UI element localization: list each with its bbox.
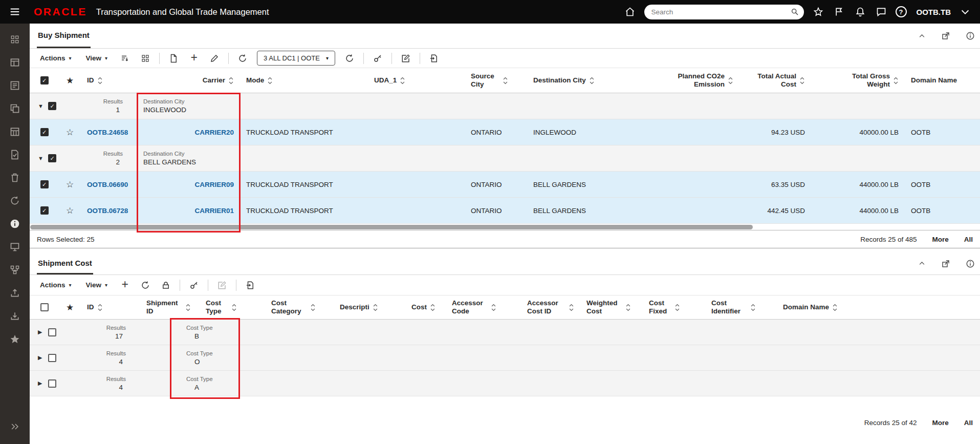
- sort-icon[interactable]: [267, 76, 273, 85]
- sort-icon[interactable]: [728, 76, 733, 85]
- user-menu[interactable]: OOTB.TB: [917, 8, 951, 16]
- export-button[interactable]: [426, 51, 442, 66]
- favorite-icon[interactable]: ☆: [66, 180, 74, 189]
- actions-menu-button[interactable]: Actions▾: [35, 52, 77, 64]
- messages-chat-icon[interactable]: [875, 5, 888, 18]
- sort-icon[interactable]: [228, 76, 234, 85]
- document-check-icon[interactable]: [0, 143, 30, 166]
- group-row[interactable]: ▼ Results 1 Destination City INGLEWOOD: [30, 93, 980, 119]
- global-search[interactable]: [644, 5, 804, 19]
- reload-search-button[interactable]: [341, 51, 358, 66]
- sort-icon[interactable]: [832, 303, 838, 312]
- form-icon[interactable]: [0, 74, 30, 97]
- favorite-icon[interactable]: ☆: [66, 128, 74, 137]
- sort-icon[interactable]: [185, 303, 191, 312]
- carrier-link[interactable]: CARRIER09: [194, 181, 234, 188]
- favorites-icon[interactable]: [812, 5, 825, 18]
- open-in-new-window-icon[interactable]: [941, 31, 950, 40]
- new-document-button[interactable]: [165, 51, 182, 66]
- column-header-accessorial-code[interactable]: Accessor Code: [446, 295, 521, 319]
- column-header-domain-name[interactable]: Domain Name: [777, 295, 858, 319]
- column-header-accessorial-cost-id[interactable]: Accessor Cost ID: [521, 295, 580, 319]
- apps-grid-icon[interactable]: [0, 28, 30, 51]
- sort-icon[interactable]: [503, 76, 508, 85]
- collapse-group-icon[interactable]: ▼: [38, 156, 44, 161]
- sort-button[interactable]: [117, 51, 133, 66]
- column-header-description[interactable]: Descripti: [334, 295, 405, 319]
- sort-icon[interactable]: [569, 303, 574, 312]
- column-header-shipment-id[interactable]: Shipment ID: [140, 295, 200, 319]
- trash-icon[interactable]: [0, 166, 30, 189]
- monitor-icon[interactable]: [0, 235, 30, 258]
- group-checkbox[interactable]: [48, 328, 56, 336]
- expand-group-icon[interactable]: ▶: [38, 329, 44, 335]
- mass-edit-button[interactable]: [398, 51, 414, 66]
- sort-icon[interactable]: [799, 76, 805, 85]
- workflow-icon[interactable]: [0, 258, 30, 281]
- horizontal-scrollbar-track[interactable]: [30, 224, 980, 230]
- favorite-column-icon[interactable]: ★: [66, 303, 74, 312]
- all-button[interactable]: All: [964, 419, 973, 427]
- column-header-uda1[interactable]: UDA_1: [368, 68, 465, 93]
- sort-icon[interactable]: [400, 76, 405, 85]
- carrier-link[interactable]: CARRIER01: [194, 207, 234, 215]
- column-header-cost-identifier[interactable]: Cost Identifier: [705, 295, 777, 319]
- add-button[interactable]: +: [117, 278, 133, 293]
- column-header-cost-type[interactable]: Cost Type: [200, 295, 265, 319]
- more-button[interactable]: More: [932, 236, 948, 243]
- download-icon[interactable]: [0, 304, 30, 327]
- search-icon[interactable]: [791, 8, 799, 16]
- sort-icon[interactable]: [491, 303, 496, 312]
- shipment-row[interactable]: ☆ OOTB.06690 CARRIER09 TRUCKLOAD TRANSPO…: [30, 172, 980, 198]
- column-header-cost-fixed[interactable]: Cost Fixed: [643, 295, 705, 319]
- row-checkbox[interactable]: [40, 128, 49, 136]
- user-menu-chevron-down-icon[interactable]: [959, 5, 972, 18]
- column-header-weighted-cost[interactable]: Weighted Cost: [580, 295, 643, 319]
- panel-info-icon[interactable]: [966, 31, 975, 40]
- shipment-id-link[interactable]: OOTB.24658: [87, 129, 128, 136]
- group-checkbox[interactable]: [48, 102, 56, 110]
- grouping-button[interactable]: [137, 51, 154, 66]
- actions-menu-button[interactable]: Actions▾: [35, 279, 77, 291]
- sort-icon[interactable]: [893, 76, 899, 85]
- group-row[interactable]: ▼ Results 2 Destination City BELL GARDEN…: [30, 145, 980, 172]
- shipment-id-link[interactable]: OOTB.06728: [87, 207, 128, 215]
- group-checkbox[interactable]: [48, 154, 56, 162]
- sort-icon[interactable]: [97, 303, 103, 312]
- shipment-id-link[interactable]: OOTB.06690: [87, 181, 128, 188]
- row-checkbox[interactable]: [40, 206, 49, 215]
- expand-group-icon[interactable]: ▶: [38, 355, 44, 361]
- expand-group-icon[interactable]: ▶: [38, 380, 44, 386]
- panel-info-icon[interactable]: [966, 259, 975, 268]
- sort-icon[interactable]: [97, 76, 103, 85]
- column-header-id[interactable]: ID: [81, 295, 140, 319]
- column-header-source-city[interactable]: Source City: [465, 68, 527, 93]
- sort-icon[interactable]: [625, 303, 631, 312]
- unlock-key-button[interactable]: [369, 51, 386, 66]
- row-checkbox[interactable]: [40, 180, 49, 188]
- shipment-row[interactable]: ☆ OOTB.24658 CARRIER20 TRUCKLOAD TRANSPO…: [30, 119, 980, 145]
- shipments-table-icon[interactable]: [0, 51, 30, 74]
- view-menu-button[interactable]: View▾: [81, 279, 113, 291]
- select-all-checkbox[interactable]: [40, 76, 49, 84]
- add-button[interactable]: +: [186, 51, 202, 66]
- sort-icon[interactable]: [310, 303, 316, 312]
- sync-icon[interactable]: [0, 189, 30, 212]
- favorite-column-icon[interactable]: ★: [66, 76, 74, 85]
- help-icon[interactable]: ?: [896, 6, 907, 17]
- sort-icon[interactable]: [373, 303, 378, 312]
- column-header-mode[interactable]: Mode: [240, 68, 368, 93]
- calendar-grid-icon[interactable]: [0, 120, 30, 143]
- flag-icon[interactable]: [833, 5, 846, 18]
- info-filled-icon[interactable]: [0, 212, 30, 235]
- favorite-icon[interactable]: ☆: [66, 206, 74, 215]
- home-icon[interactable]: [623, 5, 637, 18]
- horizontal-scrollbar-thumb[interactable]: [30, 225, 753, 229]
- collapse-panel-icon[interactable]: [918, 32, 926, 40]
- copy-icon[interactable]: [0, 97, 30, 120]
- group-checkbox[interactable]: [48, 354, 56, 362]
- column-header-total-actual-cost[interactable]: Total Actual Cost: [739, 68, 811, 93]
- column-header-cost-category[interactable]: Cost Category: [265, 295, 334, 319]
- notifications-bell-icon[interactable]: [854, 5, 867, 18]
- export-button[interactable]: [242, 278, 258, 293]
